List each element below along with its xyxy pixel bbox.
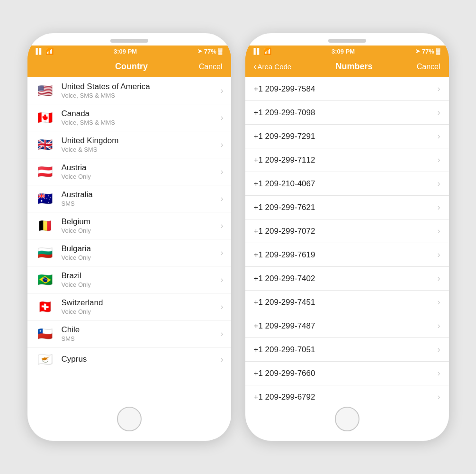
chevron-right-icon: › xyxy=(438,84,440,94)
country-sub: Voice Only xyxy=(62,281,217,288)
phone-number: +1 209-299-7402 xyxy=(254,274,434,283)
speaker xyxy=(110,39,148,43)
country-sub: SMS xyxy=(62,335,217,342)
battery-icon-2: ▓ xyxy=(436,48,440,55)
phone-country: ▌▌ 📶 3:09 PM ➤ 77% ▓ Country Cancel 🇺� xyxy=(27,33,231,441)
status-time-1: 3:09 PM xyxy=(114,48,137,55)
location-icon: ➤ xyxy=(198,48,202,55)
flag-icon: 🇦🇹 xyxy=(35,164,55,179)
country-sub: Voice Only xyxy=(62,173,217,180)
numbers-list: +1 209-299-7584 › +1 209-299-7098 › +1 2… xyxy=(245,77,449,400)
country-sub: Voice, SMS & MMS xyxy=(62,92,217,99)
list-item[interactable]: 🇧🇪 Belgium Voice Only › xyxy=(27,212,231,239)
flag-icon: 🇨🇾 xyxy=(35,352,55,366)
location-icon-2: ➤ xyxy=(415,48,420,55)
list-item[interactable]: 🇦🇺 Australia SMS › xyxy=(27,185,231,212)
country-name: Canada xyxy=(62,109,217,118)
home-button-1[interactable] xyxy=(117,407,142,431)
country-sub: Voice & SMS xyxy=(62,146,217,153)
list-item[interactable]: 🇨🇾 Cyprus › xyxy=(27,347,231,371)
country-name: Switzerland xyxy=(62,298,217,308)
battery-percent-2: 77% xyxy=(422,48,434,55)
number-list-item[interactable]: +1 209-210-4067 › xyxy=(245,172,449,196)
phone-number: +1 209-299-7660 xyxy=(254,369,434,378)
number-list-item[interactable]: +1 209-299-7072 › xyxy=(245,219,449,243)
phone-number: +1 209-299-7051 xyxy=(254,345,434,355)
flag-icon: 🇺🇸 xyxy=(35,83,55,98)
flag-icon: 🇨🇦 xyxy=(35,110,55,125)
list-item[interactable]: 🇧🇷 Brazil Voice Only › xyxy=(27,266,231,293)
nav-bar-numbers: ‹ Area Code Numbers Cancel xyxy=(245,57,449,77)
chevron-right-icon: › xyxy=(221,355,224,365)
status-time-2: 3:09 PM xyxy=(332,48,355,55)
number-list-item[interactable]: +1 209-299-7621 › xyxy=(245,196,449,219)
phone-number: +1 209-299-7451 xyxy=(254,298,434,307)
battery-percent-1: 77% xyxy=(204,48,216,55)
chevron-right-icon: › xyxy=(221,329,224,339)
speaker-2 xyxy=(328,39,366,43)
cancel-button-numbers[interactable]: Cancel xyxy=(417,63,440,71)
chevron-right-icon: › xyxy=(221,275,224,285)
chevron-right-icon: › xyxy=(438,226,440,236)
flag-icon: 🇧🇬 xyxy=(35,246,55,260)
flag-icon: 🇧🇷 xyxy=(35,273,55,287)
phone-number: +1 209-299-6792 xyxy=(254,392,434,401)
phone-number: +1 209-299-7112 xyxy=(254,155,434,165)
cancel-button-country[interactable]: Cancel xyxy=(199,63,223,71)
number-list-item[interactable]: +1 209-299-7584 › xyxy=(245,77,449,101)
phone-number: +1 209-299-7291 xyxy=(254,132,434,141)
nav-title-numbers: Numbers xyxy=(335,62,372,71)
country-name: Bulgaria xyxy=(62,244,217,254)
list-item[interactable]: 🇨🇭 Switzerland Voice Only › xyxy=(27,293,231,320)
status-bar-2: ▌▌ 📶 3:09 PM ➤ 77% ▓ xyxy=(245,46,449,57)
list-item[interactable]: 🇧🇬 Bulgaria Voice Only › xyxy=(27,239,231,266)
wifi-icon: 📶 xyxy=(45,47,54,55)
number-list-item[interactable]: +1 209-299-7619 › xyxy=(245,243,449,267)
chevron-right-icon: › xyxy=(221,140,224,150)
battery-icon-1: ▓ xyxy=(218,48,223,55)
phone-number: +1 209-299-7072 xyxy=(254,227,434,236)
chevron-right-icon: › xyxy=(438,297,440,307)
status-right-2: ➤ 77% ▓ xyxy=(415,48,440,55)
list-item[interactable]: 🇦🇹 Austria Voice Only › xyxy=(27,158,231,185)
phone-top-speaker-2 xyxy=(245,33,449,46)
status-left-2: ▌▌ 📶 xyxy=(254,47,271,55)
number-list-item[interactable]: +1 209-299-6792 › xyxy=(245,385,449,400)
chevron-right-icon: › xyxy=(221,194,224,204)
number-list-item[interactable]: +1 209-299-7112 › xyxy=(245,148,449,172)
chevron-right-icon: › xyxy=(221,86,224,96)
nav-title-country: Country xyxy=(115,62,148,71)
list-item[interactable]: 🇨🇦 Canada Voice, SMS & MMS › xyxy=(27,104,231,131)
chevron-right-icon: › xyxy=(438,179,440,189)
status-right-1: ➤ 77% ▓ xyxy=(198,48,223,55)
phone-number: +1 209-210-4067 xyxy=(254,179,434,189)
flag-icon: 🇦🇺 xyxy=(35,191,55,206)
chevron-right-icon: › xyxy=(438,108,440,118)
signal-icon: ▌▌ xyxy=(36,48,43,55)
list-item[interactable]: 🇨🇱 Chile SMS › xyxy=(27,320,231,347)
list-item[interactable]: 🇺🇸 United States of America Voice, SMS &… xyxy=(27,77,231,104)
flag-icon: 🇬🇧 xyxy=(35,137,55,152)
country-name: Brazil xyxy=(62,271,217,281)
phone-bottom-1 xyxy=(27,400,231,441)
country-sub: Voice Only xyxy=(62,308,217,315)
number-list-item[interactable]: +1 209-299-7291 › xyxy=(245,125,449,148)
country-sub: SMS xyxy=(62,200,217,207)
chevron-right-icon: › xyxy=(438,392,440,400)
number-list-item[interactable]: +1 209-299-7660 › xyxy=(245,362,449,385)
number-list-item[interactable]: +1 209-299-7051 › xyxy=(245,338,449,362)
home-button-2[interactable] xyxy=(335,407,359,431)
number-list-item[interactable]: +1 209-299-7098 › xyxy=(245,101,449,125)
flag-icon: 🇨🇱 xyxy=(35,327,55,341)
chevron-right-icon: › xyxy=(438,131,440,141)
number-list-item[interactable]: +1 209-299-7487 › xyxy=(245,314,449,338)
chevron-right-icon: › xyxy=(438,250,440,260)
chevron-right-icon: › xyxy=(221,167,224,177)
number-list-item[interactable]: +1 209-299-7402 › xyxy=(245,267,449,291)
number-list-item[interactable]: +1 209-299-7451 › xyxy=(245,291,449,314)
app-container: ▌▌ 📶 3:09 PM ➤ 77% ▓ Country Cancel 🇺� xyxy=(18,24,458,450)
list-item[interactable]: 🇬🇧 United Kingdom Voice & SMS › xyxy=(27,131,231,158)
back-button-numbers[interactable]: ‹ Area Code xyxy=(254,62,292,72)
chevron-right-icon: › xyxy=(221,113,224,123)
chevron-right-icon: › xyxy=(221,248,224,258)
